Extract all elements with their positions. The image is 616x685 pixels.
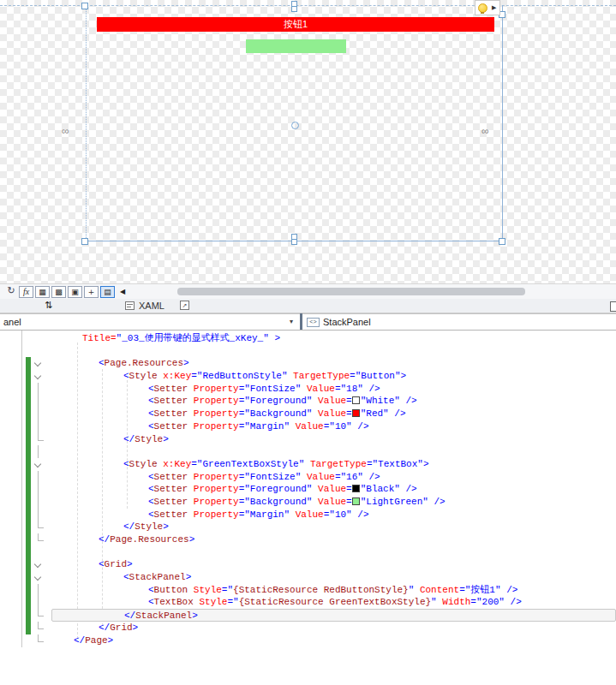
gutter[interactable] (21, 558, 51, 571)
design-surface[interactable]: 按钮1 ∞ ∞ ▶ (0, 0, 616, 283)
code-lines: Title="_03_使用带键的显式样式_xKey_" ><Page.Resou… (21, 332, 616, 646)
code-line[interactable]: </Page.Resources> (21, 533, 616, 546)
change-tracking-bar (26, 558, 31, 571)
snap-grid-icon[interactable]: ▣ (68, 286, 82, 298)
code-line[interactable]: <Setter Property="Foreground" Value="Whi… (21, 395, 616, 408)
code-line[interactable] (21, 546, 616, 559)
tab-xaml[interactable]: XAML (125, 299, 164, 313)
collapse-pane-arrow-icon[interactable]: ◀ (120, 288, 125, 295)
gutter[interactable] (21, 471, 51, 484)
document-outline-combobox[interactable]: anel ▾ (0, 313, 300, 330)
fold-collapse-icon[interactable] (34, 561, 41, 568)
fold-scope-line (38, 433, 44, 441)
fold-collapse-icon[interactable] (34, 372, 41, 379)
effects-fx-icon[interactable]: fx (19, 286, 33, 298)
gutter[interactable] (21, 533, 51, 546)
gutter[interactable] (21, 332, 51, 345)
gutter[interactable] (21, 357, 51, 370)
code-line[interactable]: <Style x:Key="RedButtonStyle" TargetType… (21, 370, 616, 383)
change-tracking-bar (26, 445, 31, 458)
resize-handle-bottom-left[interactable] (81, 238, 88, 245)
margin-anchor-right-icon[interactable]: ∞ (481, 127, 489, 135)
gutter[interactable] (21, 596, 51, 609)
code-line[interactable]: <Setter Property="Margin" Value="10" /> (21, 509, 616, 521)
gutter[interactable] (21, 445, 51, 458)
gutter[interactable] (21, 622, 51, 634)
gutter[interactable] (21, 458, 51, 471)
xaml-code-editor[interactable]: Title="_03_使用带键的显式样式_xKey_" ><Page.Resou… (0, 331, 616, 685)
button-preview[interactable]: 按钮1 (97, 17, 494, 32)
expand-arrow-icon: ▶ (492, 4, 496, 11)
gutter[interactable] (21, 584, 51, 597)
gutter[interactable] (21, 496, 51, 509)
textbox-preview[interactable] (246, 39, 346, 53)
resize-handle-bottom-right[interactable] (499, 238, 505, 245)
code-line[interactable]: <Setter Property="Background" Value="Lig… (21, 496, 616, 509)
gutter[interactable] (21, 370, 51, 383)
code-line[interactable]: <Setter Property="Foreground" Value="Bla… (21, 483, 616, 496)
code-line[interactable]: </Style> (21, 433, 616, 446)
color-swatch-icon[interactable] (352, 396, 360, 404)
fold-collapse-icon[interactable] (34, 461, 41, 468)
code-line[interactable]: Title="_03_使用带键的显式样式_xKey_" > (21, 332, 616, 345)
fold-scope-line (38, 509, 39, 521)
code-line[interactable]: <Style x:Key="GreenTextBoxStyle" TargetT… (21, 458, 616, 471)
code-line[interactable]: <Grid> (21, 558, 616, 571)
horizontal-scrollbar[interactable] (177, 288, 525, 295)
color-swatch-icon[interactable] (352, 409, 360, 417)
gutter[interactable] (21, 383, 51, 396)
code-line[interactable]: </Page> (21, 634, 616, 647)
grid-rails-icon[interactable]: ▦ (35, 286, 50, 298)
gutter[interactable] (21, 546, 51, 559)
change-tracking-bar (26, 496, 31, 509)
snaplines-icon[interactable]: + (84, 286, 99, 298)
resize-grip-bottom-center[interactable] (291, 234, 297, 245)
gutter[interactable] (21, 395, 51, 408)
gutter[interactable] (21, 433, 51, 446)
center-anchor-point[interactable] (291, 122, 299, 129)
fold-scope-line (38, 596, 39, 609)
code-line[interactable]: <TextBox Style="{StaticResource GreenTex… (21, 596, 616, 609)
fold-scope-line (38, 483, 39, 496)
color-swatch-icon[interactable] (352, 497, 360, 505)
code-line[interactable] (21, 345, 616, 358)
margin-anchor-left-icon[interactable]: ∞ (62, 127, 69, 135)
selected-element-combobox[interactable]: <> StackPanel (302, 313, 616, 330)
gutter[interactable] (21, 420, 51, 433)
selected-element-value: StackPanel (323, 314, 371, 330)
popout-window-icon[interactable]: ↗ (180, 301, 189, 310)
grid-handles-icon[interactable]: ▩ (51, 286, 66, 298)
gutter[interactable] (21, 571, 51, 584)
gutter[interactable] (21, 521, 51, 533)
gutter[interactable] (21, 408, 51, 420)
fold-collapse-icon[interactable] (34, 574, 41, 581)
code-line[interactable] (21, 445, 616, 458)
gutter[interactable] (21, 634, 51, 647)
code-line[interactable]: <Setter Property="Margin" Value="10" /> (21, 420, 616, 433)
gutter[interactable] (21, 483, 51, 496)
resize-handle-top-left[interactable] (81, 3, 88, 9)
gutter[interactable] (21, 609, 51, 622)
color-swatch-icon[interactable] (352, 485, 360, 492)
quick-actions-button[interactable]: ▶ (475, 0, 500, 15)
change-tracking-bar (26, 533, 31, 546)
code-line[interactable]: </StackPanel> (21, 609, 616, 622)
refresh-icon[interactable]: ↻ (5, 286, 17, 298)
change-tracking-bar (26, 395, 31, 408)
gutter[interactable] (21, 345, 51, 358)
code-line[interactable]: </Style> (21, 521, 616, 533)
code-line[interactable]: <StackPanel> (21, 571, 616, 584)
code-line[interactable]: <Setter Property="Background" Value="Red… (21, 408, 616, 420)
split-view-icon[interactable] (610, 301, 616, 312)
resize-grip-top-center[interactable] (291, 1, 297, 12)
fold-collapse-icon[interactable] (34, 360, 41, 366)
chevron-down-icon[interactable]: ▾ (290, 314, 293, 330)
document-outline-icon[interactable]: ▤ (100, 286, 115, 298)
gutter[interactable] (21, 509, 51, 521)
code-line[interactable]: <Setter Property="FontSize" Value="18" /… (21, 383, 616, 396)
code-line[interactable]: </Grid> (21, 622, 616, 634)
code-line[interactable]: <Page.Resources> (21, 357, 616, 370)
swap-panes-icon[interactable]: ⇅ (45, 300, 52, 311)
code-line[interactable]: <Setter Property="FontSize" Value="16" /… (21, 471, 616, 484)
code-line[interactable]: <Button Style="{StaticResource RedButton… (21, 584, 616, 597)
